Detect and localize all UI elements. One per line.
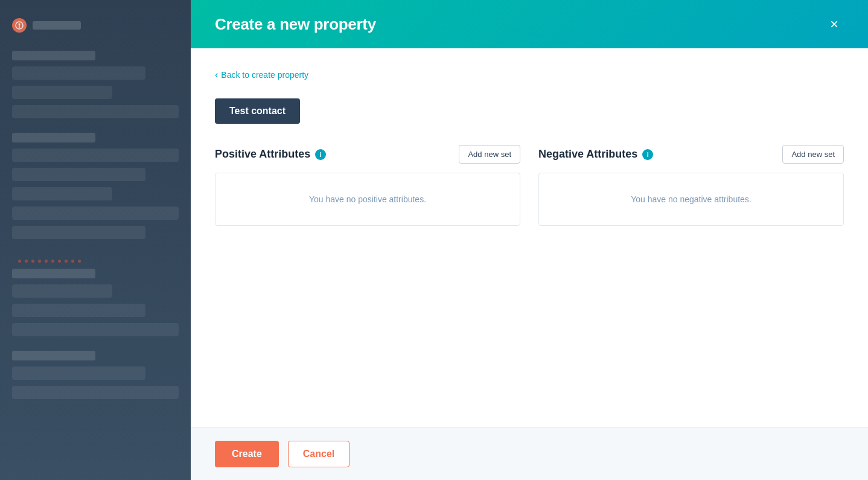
sidebar-item [12,105,179,118]
modal-title: Create a new property [215,15,376,34]
back-arrow-icon: ‹ [215,69,218,80]
sidebar-section-title-1 [12,51,95,60]
negative-attributes-empty-box: You have no negative attributes. [538,173,844,226]
dot [78,260,81,263]
sidebar-section-3 [12,269,179,336]
dot [25,260,28,263]
negative-attributes-info-icon[interactable]: i [642,149,653,160]
sidebar-item [12,206,179,220]
modal: Create a new property × ‹ Back to create… [191,0,868,480]
negative-attributes-header: Negative Attributes i Add new set [538,145,844,164]
sidebar-item [12,284,112,298]
sidebar-section-2 [12,133,179,239]
sidebar-item [12,66,145,80]
test-contact-button[interactable]: Test contact [215,98,300,124]
positive-add-new-set-button[interactable]: Add new set [459,145,520,164]
dot [58,260,61,263]
sidebar-item [12,386,179,399]
sidebar-item [12,366,145,380]
sidebar-section-title-2 [12,133,95,142]
positive-attributes-empty-box: You have no positive attributes. [215,173,520,226]
negative-attributes-title: Negative Attributes [538,148,637,161]
sidebar-app-name [33,21,81,30]
negative-attributes-empty-text: You have no negative attributes. [631,194,752,204]
sidebar [0,0,191,480]
sidebar-dots-decoration [12,254,179,269]
dot [71,260,74,263]
cancel-button[interactable]: Cancel [288,441,349,467]
sidebar-section-title-3 [12,269,95,278]
svg-point-1 [19,24,21,25]
negative-attributes-title-group: Negative Attributes i [538,148,653,161]
dot [38,260,41,263]
negative-attributes-section: Negative Attributes i Add new set You ha… [538,145,844,226]
sidebar-item [12,304,145,317]
sidebar-section-1 [12,51,179,118]
positive-attributes-title: Positive Attributes [215,148,310,161]
positive-attributes-title-group: Positive Attributes i [215,148,326,161]
attributes-container: Positive Attributes i Add new set You ha… [215,145,844,226]
sidebar-item [12,149,179,162]
positive-attributes-header: Positive Attributes i Add new set [215,145,520,164]
dot [31,260,34,263]
create-button[interactable]: Create [215,441,279,467]
dot [51,260,54,263]
back-to-create-property-link[interactable]: ‹ Back to create property [215,69,844,80]
sidebar-item [12,168,145,181]
sidebar-item [12,86,112,99]
positive-attributes-empty-text: You have no positive attributes. [309,194,426,204]
sidebar-item [12,226,145,239]
positive-attributes-info-icon[interactable]: i [315,149,326,160]
sidebar-section-4 [12,351,179,399]
modal-body: ‹ Back to create property Test contact P… [191,48,868,427]
dot [45,260,48,263]
sidebar-item [12,187,112,200]
close-button[interactable]: × [825,14,844,34]
modal-header: Create a new property × [191,0,868,48]
sidebar-item [12,323,179,336]
positive-attributes-section: Positive Attributes i Add new set You ha… [215,145,520,226]
dot [18,260,21,263]
modal-footer: Create Cancel [191,427,868,480]
hubspot-logo-icon [12,18,27,33]
back-link-label: Back to create property [221,70,308,80]
sidebar-logo [12,18,179,33]
negative-add-new-set-button[interactable]: Add new set [782,145,844,164]
dot [65,260,68,263]
sidebar-section-title-4 [12,351,95,360]
